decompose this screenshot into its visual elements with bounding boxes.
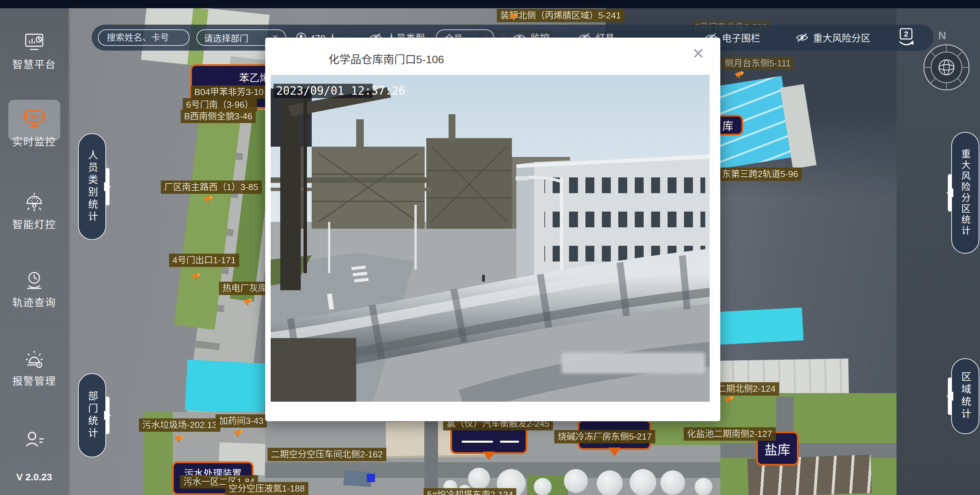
camera-label[interactable]: 5#炉冷却塔东南2-134	[424, 488, 516, 495]
panel-tab-area-stats[interactable]: 区域统计	[951, 358, 979, 434]
sidebar-item-user-list[interactable]	[0, 429, 68, 450]
eye-off-icon	[795, 33, 809, 42]
sidebar-item-label: 智能灯控	[0, 216, 68, 231]
alarm-manage-icon	[22, 349, 46, 369]
storage-tank	[564, 469, 588, 493]
camera-video-scene: 2023/09/01 12:37:26	[270, 75, 710, 402]
sidebar-item-realtime-monitor[interactable]: 实时监控	[0, 109, 68, 148]
storage-tank	[630, 469, 656, 495]
camera-label[interactable]: 厂区南主路西（1）3-85	[161, 181, 262, 194]
camera-label[interactable]: 污水垃圾场-202.13	[139, 419, 220, 432]
sidebar-item-label: 实时监控	[0, 133, 68, 148]
storage-tank	[597, 470, 623, 495]
camera-feed-modal: 化学品仓库南门口5-106 ✕	[265, 38, 720, 421]
view-2d-icon: 2	[897, 27, 916, 48]
storage-tank	[468, 468, 490, 490]
panel-tab-label: 重大风险分区统计	[959, 149, 972, 236]
modal-title: 化学品仓库南门口5-106	[328, 51, 444, 66]
camera-video-frame: 2023/09/01 12:37:26	[270, 75, 710, 402]
panel-tab-department-stats[interactable]: 部门统计	[78, 373, 106, 457]
toggle-label: 重大风险分区	[813, 31, 870, 44]
camera-label[interactable]: 4号门出口1-171	[169, 254, 239, 267]
sidebar-item-smart-light[interactable]: 智能灯控	[0, 192, 68, 231]
storage-tank	[660, 470, 685, 495]
camera-label[interactable]: 二期空分空压车间北侧2-162	[267, 448, 386, 461]
storage-tank	[534, 478, 552, 495]
department-placeholder: 请选择部门	[204, 32, 248, 44]
terrain-pool	[185, 360, 267, 414]
panel-tab-label: 人员类别统计	[85, 150, 99, 224]
video-timestamp: 2023/09/01 12:37:26	[276, 84, 406, 97]
sidebar-item-label: 智慧平台	[0, 56, 68, 71]
camera-label[interactable]: B西南侧全貌3-46	[181, 110, 256, 123]
cctv-camera-icon[interactable]	[191, 272, 202, 280]
view-mode-number: 2	[904, 30, 908, 38]
terrain-pool	[716, 308, 804, 345]
cctv-camera-icon[interactable]	[174, 434, 185, 443]
smart-light-icon	[22, 192, 46, 213]
track-query-icon	[22, 270, 46, 290]
compass-widget[interactable]	[923, 43, 970, 91]
camera-label[interactable]: 烧碱冷冻厂房东侧5-217	[554, 430, 655, 443]
close-icon[interactable]: ✕	[690, 46, 706, 62]
app-version: V 2.0.23	[0, 472, 68, 483]
terrain-road	[424, 421, 438, 495]
camera-label[interactable]: 6号门南（3-96）	[183, 98, 257, 111]
panel-tab-label: 部门统计	[85, 391, 99, 440]
camera-label[interactable]: 加药间3-43	[216, 414, 267, 428]
cctv-camera-icon[interactable]	[203, 195, 214, 203]
compass-icon	[923, 43, 970, 91]
compass-north-label: N	[938, 29, 946, 42]
sidebar-item-label: 轨迹查询	[0, 294, 68, 309]
poi-label: 盐库	[764, 439, 791, 458]
cctv-camera-icon[interactable]	[724, 395, 735, 403]
cctv-camera-icon[interactable]	[734, 70, 745, 79]
user-list-icon	[22, 429, 46, 450]
poi-text-fragment	[461, 441, 493, 443]
camera-label[interactable]: 二期北侧2-124	[714, 382, 779, 395]
terrain-marker-blue	[367, 474, 375, 482]
sidebar-item-alarm-manage[interactable]: 报警管理	[0, 349, 68, 388]
panel-tab-major-risk-zone-stats[interactable]: 重大风险分区统计	[951, 132, 979, 254]
search-pill	[98, 29, 189, 46]
cctv-camera-icon[interactable]	[233, 429, 244, 437]
panel-tab-label: 区域统计	[958, 371, 972, 421]
toggle-label: 电子围栏	[722, 31, 760, 44]
poi-label: 库	[722, 117, 733, 133]
top-dark-strip	[0, 0, 980, 8]
panel-tab-personnel-category-stats[interactable]: 人员类别统计	[78, 133, 106, 240]
view-2d-toggle-button[interactable]: 2	[897, 27, 916, 48]
camera-label[interactable]: 化盐池二期南侧2-127	[684, 427, 776, 441]
realtime-monitor-icon	[22, 109, 46, 130]
sidebar-item-track-query[interactable]: 轨迹查询	[0, 270, 68, 309]
cctv-camera-icon[interactable]	[243, 297, 254, 306]
poi-text-fragment	[500, 441, 519, 443]
sidebar-item-smart-platform[interactable]: 智慧平台	[0, 33, 68, 71]
camera-label[interactable]: 东第三跨2轨道5-96	[719, 168, 802, 181]
dashboard-monitor-icon	[22, 33, 46, 52]
camera-label[interactable]: 空分空压液氮1-188	[225, 482, 308, 495]
toggle-major-risk-zone[interactable]: 重大风险分区	[795, 25, 870, 51]
search-input[interactable]	[106, 32, 183, 43]
sidebar-item-label: 报警管理	[0, 373, 68, 388]
app-root: 苯乙烯装卸站 污水处理装置 盐库 库 装卸北侧（丙烯腈区域）5-241 8号门东…	[0, 0, 980, 495]
cctv-camera-icon[interactable]	[509, 12, 519, 21]
storage-tank	[695, 478, 713, 495]
sidebar: 智慧平台 实时监控 智能灯控	[0, 8, 68, 495]
camera-label[interactable]: 侧月台东侧5-111	[721, 57, 794, 70]
